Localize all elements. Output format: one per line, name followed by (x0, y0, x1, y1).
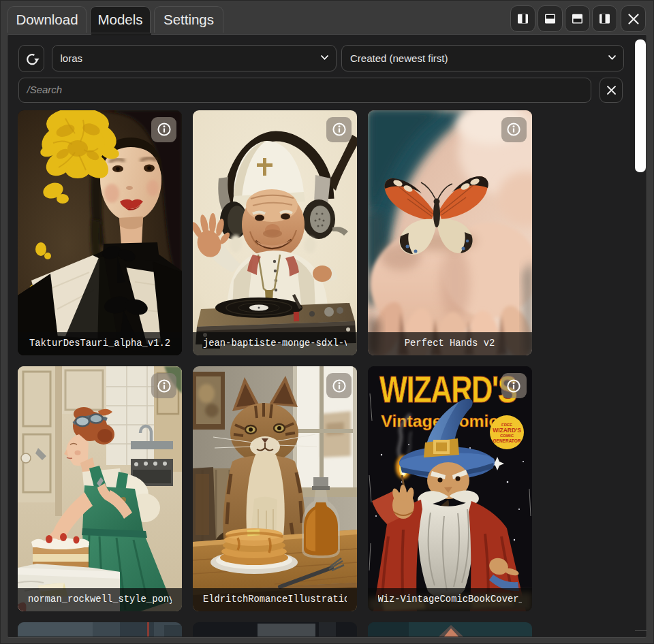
svg-text:GENERATOR: GENERATOR (493, 438, 520, 443)
svg-text:WIZARD'S: WIZARD'S (379, 368, 517, 410)
svg-text:COMIC: COMIC (500, 434, 514, 438)
svg-text:WIZARD'S: WIZARD'S (493, 427, 521, 434)
